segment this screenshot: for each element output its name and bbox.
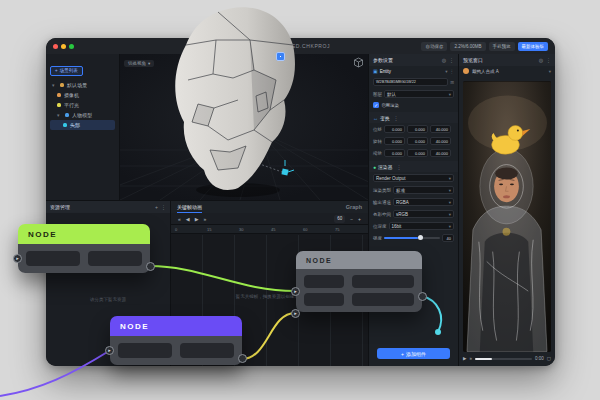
node-slot[interactable] bbox=[118, 343, 172, 358]
render-type-select[interactable]: 标准 ▾ bbox=[393, 186, 454, 194]
add-component-button[interactable]: + 添加组件 bbox=[377, 348, 450, 359]
scale-x-input[interactable]: 0.000 bbox=[384, 149, 405, 157]
selection-handle[interactable] bbox=[276, 52, 285, 61]
world-space-dropdown[interactable]: 世界 ▾ bbox=[251, 60, 272, 67]
caret-right-icon[interactable]: ▾ bbox=[57, 112, 62, 118]
rotate-row: 旋转 0.000 0.000 40.000 bbox=[369, 135, 458, 147]
kebab-menu-icon[interactable]: ⋮ bbox=[450, 69, 455, 74]
jump-start-button[interactable]: « bbox=[178, 216, 181, 222]
frame-counter[interactable]: 60 bbox=[334, 215, 345, 223]
node-card-green[interactable]: NODE ▸ bbox=[18, 224, 150, 273]
avatar bbox=[463, 68, 469, 74]
zoom-out-icon[interactable]: − bbox=[350, 216, 353, 222]
entity-row[interactable]: ▣ Entity ▾ ⋮ bbox=[369, 66, 458, 76]
select-tool-button[interactable]: ▸ bbox=[215, 59, 224, 68]
close-window-button[interactable] bbox=[53, 44, 58, 49]
play-button[interactable]: ▶ bbox=[195, 216, 199, 222]
ruler-tick: 15 bbox=[207, 227, 211, 232]
color-space-select[interactable]: sRGB ▾ bbox=[393, 210, 454, 218]
minimize-window-button[interactable] bbox=[61, 44, 66, 49]
autosave-button[interactable]: 自动保存 bbox=[421, 42, 447, 51]
next-frame-icon[interactable]: » bbox=[469, 356, 472, 361]
scale-y-input[interactable]: 0.000 bbox=[407, 149, 428, 157]
viewport-3d[interactable]: 切换视角 ▾ ▸ ↔ ● 世界 ▾ bbox=[120, 54, 368, 200]
play-icon[interactable]: ▶ bbox=[463, 356, 466, 361]
tab-keyframe-animation[interactable]: 关键帧动画 bbox=[177, 201, 202, 213]
strength-value-input[interactable]: 40 bbox=[442, 234, 454, 242]
kebab-menu-icon[interactable]: ⋮ bbox=[394, 115, 399, 121]
render-output-value: Render Output bbox=[376, 176, 406, 181]
scene-list-button[interactable]: + 场景列表 bbox=[50, 66, 83, 76]
rotate-y-input[interactable]: 0.000 bbox=[407, 137, 428, 145]
enable-render-checkbox[interactable]: ✓ bbox=[373, 102, 379, 108]
node-header[interactable]: NODE bbox=[18, 224, 150, 244]
chevron-down-icon[interactable]: ▾ bbox=[445, 69, 447, 74]
layer-select[interactable]: 默认 ▾ bbox=[384, 90, 454, 98]
copy-icon[interactable]: ⊞ bbox=[450, 80, 454, 85]
pin-icon[interactable]: ◎ bbox=[442, 57, 446, 63]
version-button[interactable]: 最新体验版 bbox=[518, 42, 549, 51]
sidebar-item-character[interactable]: ▾ 人物模型 bbox=[50, 110, 115, 120]
output-port[interactable] bbox=[146, 262, 155, 271]
scale-z-input[interactable]: 40.000 bbox=[430, 149, 451, 157]
chevron-down-icon[interactable]: ▾ bbox=[52, 82, 57, 88]
sidebar-item-head[interactable]: 头部 bbox=[50, 120, 115, 130]
sidebar-item-camera[interactable]: 摄像机 bbox=[50, 90, 115, 100]
fullscreen-icon[interactable]: ▢ bbox=[547, 356, 551, 361]
transform-section-header[interactable]: ↔ 变换 ⋮ bbox=[369, 112, 458, 123]
output-channel-select[interactable]: RGBA ▾ bbox=[393, 198, 454, 206]
translate-x-input[interactable]: 0.000 bbox=[384, 125, 405, 133]
input-port[interactable]: ▸ bbox=[13, 254, 22, 263]
translate-y-input[interactable]: 0.000 bbox=[407, 125, 428, 133]
preview-source-dropdown[interactable]: 戴鸭人合成 A ▾ bbox=[459, 66, 555, 76]
sidebar-item-scene[interactable]: ▾ 默认场景 bbox=[50, 80, 115, 90]
timeline-ruler[interactable]: 0 15 30 45 60 75 bbox=[171, 225, 368, 234]
pin-icon[interactable]: ◎ bbox=[539, 57, 543, 63]
node-card-gray[interactable]: NODE ▸ ▸ bbox=[296, 251, 422, 312]
kebab-menu-icon[interactable]: ⋮ bbox=[161, 204, 166, 210]
node-header[interactable]: NODE bbox=[110, 316, 242, 336]
node-slot[interactable] bbox=[26, 251, 80, 266]
prev-frame-button[interactable]: ◀ bbox=[186, 216, 190, 222]
node-card-purple[interactable]: NODE ▸ bbox=[110, 316, 242, 365]
node-slot[interactable] bbox=[304, 275, 344, 288]
strength-slider[interactable] bbox=[384, 237, 440, 239]
kebab-menu-icon[interactable]: ⋮ bbox=[396, 164, 401, 170]
render-output-select[interactable]: Render Output ▾ bbox=[373, 174, 454, 182]
view-cube[interactable] bbox=[353, 57, 364, 69]
mobile-preview-button[interactable]: 手机预览 bbox=[489, 42, 515, 51]
translate-z-input[interactable]: 40.000 bbox=[430, 125, 451, 133]
zoom-in-icon[interactable]: + bbox=[358, 216, 361, 222]
rotate-x-input[interactable]: 0.000 bbox=[384, 137, 405, 145]
name-input[interactable]: W2B7B4B5M8G01W22 bbox=[373, 78, 448, 86]
tab-graph[interactable]: Graph bbox=[346, 204, 362, 210]
node-header[interactable]: NODE bbox=[296, 251, 422, 269]
node-slot[interactable] bbox=[88, 251, 142, 266]
chevron-down-icon: ▾ bbox=[549, 69, 551, 74]
playback-progress[interactable] bbox=[475, 358, 532, 360]
jump-end-button[interactable]: » bbox=[204, 216, 207, 222]
node-slot[interactable] bbox=[352, 293, 414, 306]
node-slot[interactable] bbox=[304, 293, 344, 306]
kebab-menu-icon[interactable]: ⋮ bbox=[449, 57, 454, 63]
output-port[interactable] bbox=[238, 354, 247, 363]
light-icon bbox=[57, 103, 61, 107]
move-tool-button[interactable]: ↔ bbox=[227, 59, 236, 68]
node-slot[interactable] bbox=[180, 343, 234, 358]
bit-depth-select[interactable]: 16bit ▾ bbox=[389, 222, 455, 230]
view-switch-button[interactable]: 切换视角 ▾ bbox=[124, 60, 154, 67]
rotate-z-input[interactable]: 40.000 bbox=[430, 137, 451, 145]
rotate-tool-button[interactable]: ● bbox=[239, 59, 248, 68]
node-slot[interactable] bbox=[352, 275, 414, 288]
maximize-window-button[interactable] bbox=[69, 44, 74, 49]
add-asset-icon[interactable]: + bbox=[155, 204, 158, 210]
entity-icon: ▣ bbox=[373, 68, 378, 74]
kebab-menu-icon[interactable]: ⋮ bbox=[546, 57, 551, 63]
input-port[interactable]: ▸ bbox=[291, 287, 300, 296]
preview-header: 预览窗口 ◎ ⋮ bbox=[459, 54, 555, 66]
renderer-section-header[interactable]: ● 渲染器 ⋮ bbox=[369, 161, 458, 172]
output-port[interactable] bbox=[418, 292, 427, 301]
input-port[interactable]: ▸ bbox=[105, 346, 114, 355]
input-port[interactable]: ▸ bbox=[291, 309, 300, 318]
sidebar-item-light[interactable]: 平行光 bbox=[50, 100, 115, 110]
